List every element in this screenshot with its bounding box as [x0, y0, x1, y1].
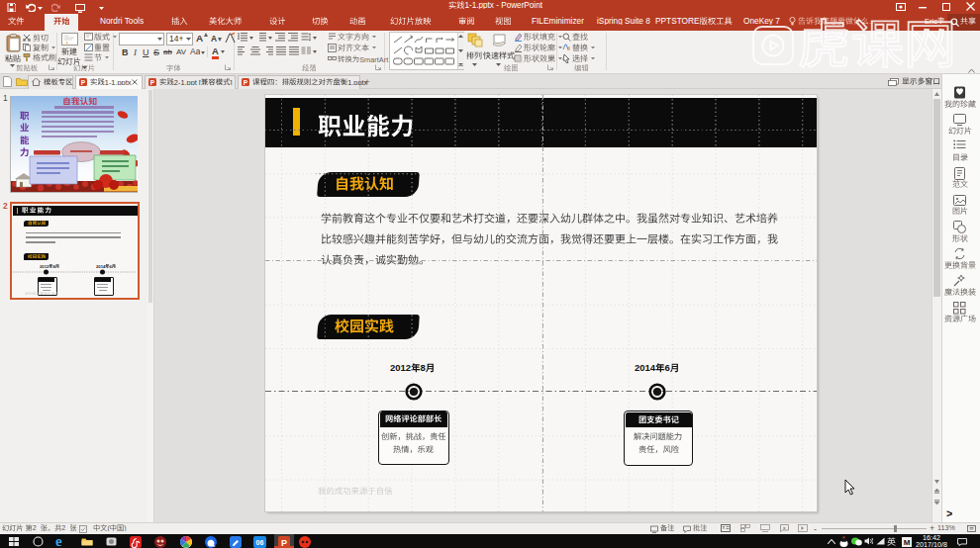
svg-text:2: 2	[3, 202, 8, 211]
svg-text:2: 2	[33, 524, 37, 531]
svg-text:P: P	[150, 79, 155, 86]
svg-text:8: 8	[52, 264, 55, 268]
svg-text:P: P	[244, 79, 248, 86]
svg-text:+: +	[930, 523, 934, 532]
svg-text:P: P	[81, 79, 86, 86]
svg-text:113%: 113%	[937, 524, 955, 531]
svg-text:FILEminimizer: FILEminimizer	[532, 17, 584, 25]
svg-text:2012: 2012	[40, 264, 49, 268]
svg-text:A: A	[212, 46, 219, 56]
svg-text:iSpring Suite 8: iSpring Suite 8	[597, 17, 650, 25]
svg-text:Nordri Tools: Nordri Tools	[100, 17, 144, 25]
svg-text:06: 06	[256, 539, 264, 546]
svg-text:2017/10/8: 2017/10/8	[916, 541, 947, 548]
svg-text:2014: 2014	[96, 264, 106, 268]
svg-text:Aa: Aa	[190, 47, 200, 56]
svg-text:>: >	[946, 507, 952, 518]
svg-text:): )	[124, 524, 126, 531]
svg-text:1: 1	[3, 94, 8, 103]
svg-text:1-1.pptx: 1-1.pptx	[105, 78, 132, 85]
svg-text:-: -	[814, 524, 817, 533]
svg-text:PPTSTORE: PPTSTORE	[655, 17, 700, 25]
svg-text:+: +	[364, 76, 370, 86]
svg-text:A: A	[211, 35, 217, 44]
svg-text:2-1.ppt [: 2-1.ppt [	[174, 78, 201, 85]
svg-text:A: A	[196, 33, 203, 43]
svg-text:AV: AV	[176, 47, 186, 55]
svg-text:SmartArt: SmartArt	[359, 55, 388, 62]
svg-text:2: 2	[61, 524, 65, 531]
svg-text:14+: 14+	[169, 35, 183, 44]
svg-text:(: (	[107, 524, 110, 531]
svg-text:B: B	[122, 47, 128, 56]
svg-text:M: M	[904, 538, 911, 547]
svg-text:1-1.pptx - PowerPoint: 1-1.pptx - PowerPoint	[464, 1, 542, 9]
svg-text:]: ]	[230, 78, 232, 85]
svg-text:6: 6	[109, 264, 112, 268]
svg-text:P: P	[281, 537, 287, 547]
